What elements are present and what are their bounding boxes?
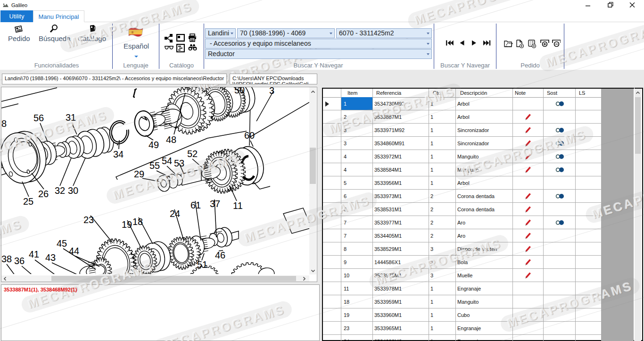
svg-text:8: 8 [1, 118, 7, 129]
svg-text:18: 18 [132, 216, 143, 227]
svg-text:46: 46 [215, 250, 225, 260]
svg-text:43: 43 [45, 252, 56, 263]
svg-text:11: 11 [233, 200, 243, 211]
svg-text:30: 30 [68, 185, 78, 196]
svg-text:45: 45 [57, 238, 67, 249]
svg-text:52: 52 [187, 149, 198, 159]
svg-text:25: 25 [23, 196, 33, 207]
svg-text:50: 50 [234, 87, 245, 95]
svg-text:3: 3 [269, 87, 274, 96]
svg-text:41: 41 [29, 249, 39, 259]
svg-text:44: 44 [69, 246, 79, 256]
svg-text:34: 34 [113, 149, 124, 159]
svg-text:36: 36 [14, 256, 25, 266]
svg-text:54: 54 [162, 156, 172, 166]
svg-text:38: 38 [1, 254, 12, 264]
svg-text:19: 19 [122, 219, 132, 230]
svg-text:23: 23 [83, 215, 94, 225]
svg-text:55: 55 [149, 160, 160, 171]
svg-text:56: 56 [33, 113, 44, 123]
svg-text:51: 51 [197, 259, 207, 270]
svg-text:26: 26 [38, 189, 49, 199]
svg-text:48: 48 [166, 134, 176, 145]
svg-text:31: 31 [66, 112, 76, 123]
svg-text:60: 60 [244, 130, 255, 141]
svg-text:29: 29 [134, 169, 144, 179]
svg-text:49: 49 [149, 140, 159, 150]
svg-text:32: 32 [55, 185, 65, 196]
